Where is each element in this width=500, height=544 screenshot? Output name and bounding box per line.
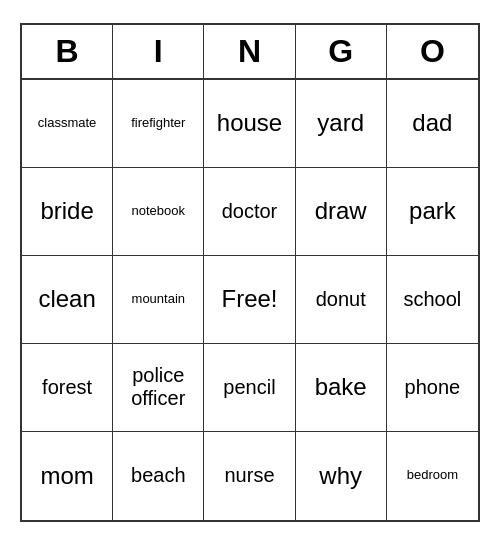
cell-text: beach	[131, 464, 186, 487]
bingo-cell: classmate	[22, 80, 113, 168]
bingo-cell: bedroom	[387, 432, 478, 520]
bingo-cell: school	[387, 256, 478, 344]
cell-text: doctor	[222, 200, 278, 223]
bingo-cell: notebook	[113, 168, 204, 256]
cell-text: house	[217, 109, 282, 137]
cell-text: nurse	[224, 464, 274, 487]
bingo-cell: Free!	[204, 256, 295, 344]
header-letter: I	[113, 25, 204, 78]
bingo-cell: mom	[22, 432, 113, 520]
bingo-cell: park	[387, 168, 478, 256]
cell-text: school	[403, 288, 461, 311]
header-letter: N	[204, 25, 295, 78]
bingo-cell: nurse	[204, 432, 295, 520]
bingo-grid: classmatefirefighterhouseyarddadbridenot…	[22, 80, 478, 520]
bingo-cell: phone	[387, 344, 478, 432]
cell-text: yard	[317, 109, 364, 137]
cell-text: donut	[316, 288, 366, 311]
bingo-header: BINGO	[22, 25, 478, 80]
header-letter: G	[296, 25, 387, 78]
bingo-card: BINGO classmatefirefighterhouseyarddadbr…	[20, 23, 480, 522]
cell-text: bedroom	[407, 468, 458, 483]
bingo-cell: house	[204, 80, 295, 168]
cell-text: notebook	[132, 204, 186, 219]
cell-text: forest	[42, 376, 92, 399]
bingo-cell: firefighter	[113, 80, 204, 168]
bingo-cell: bake	[296, 344, 387, 432]
cell-text: mountain	[132, 292, 185, 307]
cell-text: phone	[405, 376, 461, 399]
cell-text: mom	[40, 462, 93, 490]
bingo-cell: draw	[296, 168, 387, 256]
cell-text: firefighter	[131, 116, 185, 131]
cell-text: dad	[412, 109, 452, 137]
bingo-cell: doctor	[204, 168, 295, 256]
cell-text: clean	[38, 285, 95, 313]
cell-text: bride	[40, 197, 93, 225]
bingo-cell: yard	[296, 80, 387, 168]
bingo-cell: forest	[22, 344, 113, 432]
cell-text: bake	[315, 373, 367, 401]
cell-text: why	[319, 462, 362, 490]
header-letter: B	[22, 25, 113, 78]
bingo-cell: police officer	[113, 344, 204, 432]
bingo-cell: pencil	[204, 344, 295, 432]
bingo-cell: bride	[22, 168, 113, 256]
cell-text: park	[409, 197, 456, 225]
cell-text: police officer	[119, 364, 197, 410]
bingo-cell: donut	[296, 256, 387, 344]
bingo-cell: mountain	[113, 256, 204, 344]
bingo-cell: why	[296, 432, 387, 520]
cell-text: Free!	[221, 285, 277, 313]
bingo-cell: dad	[387, 80, 478, 168]
cell-text: draw	[315, 197, 367, 225]
header-letter: O	[387, 25, 478, 78]
bingo-cell: beach	[113, 432, 204, 520]
cell-text: classmate	[38, 116, 97, 131]
bingo-cell: clean	[22, 256, 113, 344]
cell-text: pencil	[223, 376, 275, 399]
